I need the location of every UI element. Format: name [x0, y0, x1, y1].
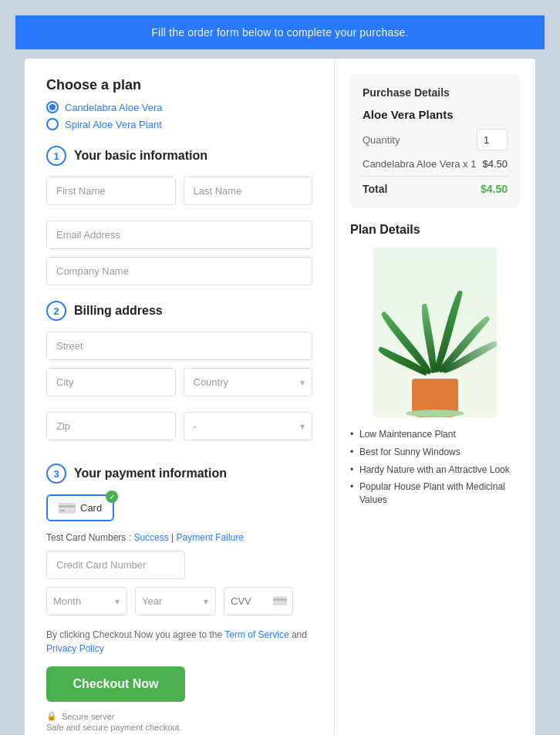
- plant-image-container: [350, 248, 520, 417]
- checkout-button[interactable]: Checkout Now: [46, 666, 185, 702]
- radio-candelabra[interactable]: [46, 101, 59, 113]
- section2-header: 2 Billing address: [46, 301, 312, 321]
- section3-header: 3 Your payment information: [46, 464, 312, 484]
- last-name-input[interactable]: [184, 177, 313, 205]
- payment-methods: Card ✓: [46, 494, 312, 521]
- svg-rect-4: [273, 598, 287, 601]
- email-field: [46, 221, 312, 249]
- secure-server-text: Secure server: [62, 712, 114, 721]
- feature-3: Hardy Nature with an Attractive Look: [350, 464, 520, 477]
- radio-spiral[interactable]: [46, 118, 59, 130]
- city-input[interactable]: [46, 368, 176, 396]
- plan-label-candelabra: Candelabra Aloe Vera: [65, 102, 162, 113]
- tos-link[interactable]: Term of Service: [224, 629, 288, 640]
- card-check-badge: ✓: [106, 491, 118, 503]
- plan-details-title: Plan Details: [350, 223, 520, 237]
- section1-header: 1 Your basic information: [46, 146, 312, 166]
- plant-saucer: [407, 410, 464, 417]
- country-select[interactable]: Country United States United Kingdom Can…: [184, 368, 313, 396]
- page-wrapper: Fill the order form below to complete yo…: [15, 15, 545, 735]
- svg-rect-2: [60, 510, 65, 511]
- feature-1: Low Maintenance Plant: [350, 428, 520, 441]
- street-input[interactable]: [46, 332, 312, 360]
- quantity-label: Quantity: [363, 134, 400, 146]
- month-wrapper: Month 010203 040506 070809 101112: [46, 587, 127, 615]
- company-field: [46, 257, 312, 285]
- zip-input[interactable]: [46, 412, 176, 440]
- card-payment-btn[interactable]: Card ✓: [46, 494, 114, 521]
- right-panel: Purchase Details Aloe Vera Plants Quanti…: [335, 59, 535, 735]
- expiry-cvv-row: Month 010203 040506 070809 101112 Year 2…: [46, 587, 312, 615]
- first-name-field: [46, 177, 176, 205]
- month-select[interactable]: Month 010203 040506 070809 101112: [46, 587, 127, 615]
- feature-2: Best for Sunny Windows: [350, 446, 520, 459]
- section1-number: 1: [46, 146, 66, 166]
- test-card-numbers: Test Card Numbers : Success | Payment Fa…: [46, 532, 312, 543]
- plant-image: [373, 248, 497, 417]
- city-field: [46, 368, 176, 396]
- card-icon: [59, 503, 76, 514]
- plan-details-section: Plan Details Low Maint: [350, 223, 520, 507]
- product-title: Aloe Vera Plants: [363, 108, 508, 121]
- terms-text: By clicking Checkout Now you agree to th…: [46, 628, 312, 656]
- terms-text-mid: and: [289, 629, 307, 640]
- banner-text: Fill the order form below to complete yo…: [151, 26, 408, 39]
- country-field: Country United States United Kingdom Can…: [184, 368, 313, 396]
- quantity-row: Quantity: [363, 129, 508, 150]
- email-input[interactable]: [46, 221, 312, 249]
- top-banner: Fill the order form below to complete yo…: [15, 15, 545, 49]
- total-label: Total: [363, 183, 387, 195]
- name-row: [46, 177, 312, 213]
- svg-rect-0: [59, 503, 76, 514]
- cvv-wrapper: [224, 587, 293, 615]
- test-card-label: Test Card Numbers :: [46, 532, 131, 543]
- section3-number: 3: [46, 464, 66, 484]
- left-panel: Choose a plan Candelabra Aloe Vera Spira…: [25, 59, 335, 735]
- plan-option-spiral[interactable]: Spiral Aloe Vera Plant: [46, 118, 312, 130]
- item-row: Candelabra Aloe Vera x 1 $4.50: [363, 158, 508, 177]
- plan-features: Low Maintenance Plant Best for Sunny Win…: [350, 428, 520, 507]
- feature-4: Popular House Plant with Medicinal Value…: [350, 480, 520, 507]
- state-select[interactable]: -: [184, 412, 313, 440]
- safe-text: Safe and secure payment checkout.: [46, 723, 312, 732]
- city-country-row: Country United States United Kingdom Can…: [46, 368, 312, 404]
- total-row: Total $4.50: [363, 183, 508, 195]
- item-price: $4.50: [482, 158, 508, 170]
- purchase-details-title: Purchase Details: [363, 86, 508, 99]
- section1-title: Your basic information: [74, 149, 207, 163]
- choose-plan-title: Choose a plan: [46, 77, 312, 93]
- main-card: Choose a plan Candelabra Aloe Vera Spira…: [25, 59, 535, 735]
- svg-rect-1: [59, 505, 76, 507]
- test-card-success-link[interactable]: Success: [133, 532, 168, 543]
- item-label: Candelabra Aloe Vera x 1: [363, 158, 476, 170]
- company-input[interactable]: [46, 257, 312, 285]
- privacy-link[interactable]: Privacy Policy: [46, 643, 104, 654]
- first-name-input[interactable]: [46, 177, 176, 205]
- year-wrapper: Year 202420252026 202720282029: [135, 587, 216, 615]
- last-name-field: [184, 177, 313, 205]
- quantity-input[interactable]: [477, 129, 508, 150]
- plan-label-spiral: Spiral Aloe Vera Plant: [65, 119, 162, 130]
- lock-icon: 🔒: [46, 711, 57, 721]
- section3-title: Your payment information: [74, 467, 227, 480]
- plan-option-candelabra[interactable]: Candelabra Aloe Vera: [46, 101, 312, 113]
- choose-plan-section: Choose a plan Candelabra Aloe Vera Spira…: [46, 77, 312, 130]
- cvv-card-icon: [273, 595, 287, 608]
- card-label: Card: [80, 502, 102, 514]
- street-field: [46, 332, 312, 360]
- test-card-failure-link[interactable]: Payment Failure: [177, 532, 244, 543]
- cc-number-input[interactable]: [46, 551, 185, 579]
- terms-text-before: By clicking Checkout Now you agree to th…: [46, 629, 224, 640]
- zip-state-row: -: [46, 412, 312, 448]
- section2-title: Billing address: [74, 304, 163, 318]
- total-price: $4.50: [481, 183, 508, 195]
- zip-field: [46, 412, 176, 440]
- secure-info: 🔒 Secure server: [46, 711, 312, 721]
- purchase-details-box: Purchase Details Aloe Vera Plants Quanti…: [350, 74, 520, 207]
- cc-number-row: [46, 551, 312, 579]
- section2-number: 2: [46, 301, 66, 321]
- state-field: -: [184, 412, 313, 440]
- year-select[interactable]: Year 202420252026 202720282029: [135, 587, 216, 615]
